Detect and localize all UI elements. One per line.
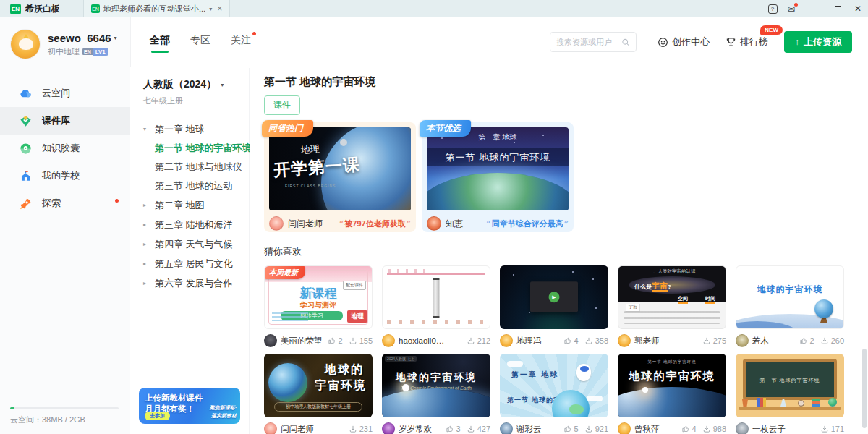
like-icon[interactable] xyxy=(446,425,454,433)
upload-promo-banner[interactable]: 上传新教材课件 月月都有奖！ 去参加 聚焦新课标·落实新教材 xyxy=(139,388,240,424)
chapter-item[interactable]: ▸第四章 天气与气候 xyxy=(130,234,249,254)
section-item[interactable]: 第二节 地球与地球仪 xyxy=(130,158,249,176)
maximize-button[interactable] xyxy=(827,0,848,17)
courseware-thumbnail[interactable]: 地理 开学第一课 FIRST CLASS BEGINS xyxy=(269,127,411,210)
download-icon[interactable] xyxy=(349,425,357,433)
author-name[interactable]: 美丽的荣望 xyxy=(281,336,323,346)
author-name[interactable]: 曾秋萍 xyxy=(634,424,660,434)
courseware-card[interactable]: 2024人教版·七上 地球的宇宙环境 The Cosmic Environmen… xyxy=(382,354,490,434)
section-item[interactable]: 第三节 地球的运动 xyxy=(130,176,249,195)
download-icon[interactable] xyxy=(702,425,711,433)
close-button[interactable]: ✕ xyxy=(848,0,868,17)
section-item-selected[interactable]: 第一节 地球的宇宙环境 xyxy=(130,139,249,158)
courseware-card[interactable]: haoxiaoli0001 212 xyxy=(382,265,490,347)
chevron-right-icon[interactable]: ▸ xyxy=(143,241,149,247)
user-name[interactable]: seewo_6646 xyxy=(48,32,111,44)
courseware-thumbnail[interactable]: 第一节 地球的宇宙环境 xyxy=(736,354,844,417)
search-input[interactable] xyxy=(556,38,617,46)
tab-following[interactable]: 关注 xyxy=(231,34,251,56)
author-name[interactable]: 闫闫老师 xyxy=(281,424,314,434)
upload-resource-button[interactable]: ↑ 上传资源 xyxy=(784,31,852,53)
sidebar-item-courseware-library[interactable]: 课件库 xyxy=(0,107,130,135)
courseware-card[interactable]: 第一节 地球的宇宙环境 一枚云子 171 xyxy=(736,354,844,434)
chevron-right-icon[interactable]: ▸ xyxy=(143,221,149,228)
courseware-card[interactable]: 一、人类对宇宙的认识 什么是宇宙? 空间 时间 宇宙 郭老师 275 xyxy=(618,265,726,347)
courseware-thumbnail[interactable]: 第一章 地球 第一节 地球的宇宙环境 xyxy=(427,127,569,210)
document-tab[interactable]: EN 地理老师必看的互动课堂小... ▾ × xyxy=(83,0,230,17)
download-icon[interactable] xyxy=(349,336,357,345)
sidebar-item-explore[interactable]: 探索 xyxy=(0,190,130,217)
minimize-button[interactable]: — xyxy=(807,0,827,17)
download-icon[interactable] xyxy=(702,336,711,345)
sidebar-item-cloud-space[interactable]: 云空间 xyxy=(0,80,130,107)
like-icon[interactable] xyxy=(563,336,572,345)
avatar[interactable] xyxy=(10,29,41,59)
like-icon[interactable] xyxy=(563,425,572,433)
author-name[interactable]: 谢彩云 xyxy=(516,424,542,434)
courseware-thumbnail[interactable]: 第一节 地球的宇宙环境 地球的宇宙环境 xyxy=(618,354,726,417)
courseware-card[interactable]: 本周最新 配套课件 新课程 学习与测评 同步学习 地理 美丽的荣望 2 155 xyxy=(264,265,373,347)
like-icon[interactable] xyxy=(799,336,808,345)
chevron-down-icon[interactable]: ▾ xyxy=(209,6,212,12)
like-icon[interactable] xyxy=(328,336,336,345)
chapter-item[interactable]: ▾第一章 地球 xyxy=(130,119,249,139)
author-name[interactable]: 地理冯 xyxy=(516,336,542,346)
search-icon[interactable] xyxy=(621,38,630,47)
promo-join-button[interactable]: 去参加 xyxy=(145,412,170,420)
download-icon[interactable] xyxy=(584,336,593,345)
filter-tag-courseware[interactable]: 课件 xyxy=(264,95,300,115)
chevron-right-icon[interactable]: ▸ xyxy=(143,202,149,208)
courseware-card[interactable]: ▶ 地理冯 4 358 xyxy=(500,265,608,347)
author-name[interactable]: 闫闫老师 xyxy=(288,218,323,230)
tab-close-icon[interactable]: × xyxy=(217,4,222,14)
chapter-item[interactable]: ▸第二章 地图 xyxy=(130,195,249,215)
like-icon[interactable] xyxy=(681,425,690,433)
courseware-thumbnail[interactable]: 地球的宇宙环境 xyxy=(736,265,844,329)
author-name[interactable]: 岁岁常欢 xyxy=(399,424,432,434)
courseware-card[interactable]: 地球的 宇宙环境 初中地理人教版新教材七年级上册 闫闫老师 231 xyxy=(264,354,373,434)
author-name[interactable]: 知恵 xyxy=(446,218,463,230)
tab-zones[interactable]: 专区 xyxy=(190,34,210,56)
courseware-thumbnail[interactable]: 2024人教版·七上 地球的宇宙环境 The Cosmic Environmen… xyxy=(382,354,490,417)
download-icon[interactable] xyxy=(820,425,829,433)
sidebar-item-my-school[interactable]: 我的学校 xyxy=(0,162,130,190)
tab-all[interactable]: 全部 xyxy=(150,34,170,56)
author-name[interactable]: haoxiaoli0001 xyxy=(399,336,445,345)
chapter-item[interactable]: ▸第五章 居民与文化 xyxy=(130,254,249,273)
messages-button[interactable]: ✉ xyxy=(782,0,801,17)
user-block[interactable]: seewo_6646 ▾ 初中地理 EN LV1 xyxy=(0,17,130,67)
chevron-down-icon[interactable]: ▾ xyxy=(221,82,224,88)
courseware-card[interactable]: 第一章 地球 第一节 地球的宇宙环境 谢彩云 5 921 xyxy=(500,354,608,434)
chevron-right-icon[interactable]: ▸ xyxy=(143,260,149,267)
author-name[interactable]: 郭老师 xyxy=(634,336,660,346)
courseware-thumbnail[interactable]: ▶ xyxy=(500,265,608,329)
search-box[interactable] xyxy=(550,32,637,52)
author-name[interactable]: 一枚云子 xyxy=(752,424,786,434)
courseware-thumbnail[interactable]: 本周最新 配套课件 新课程 学习与测评 同步学习 地理 xyxy=(264,265,373,329)
courseware-thumbnail[interactable] xyxy=(382,265,490,329)
courseware-thumbnail[interactable]: 第一章 地球 第一节 地球的宇宙环境 xyxy=(500,354,608,417)
help-button[interactable]: ? xyxy=(763,0,782,17)
download-icon[interactable] xyxy=(820,336,829,345)
chevron-down-icon[interactable]: ▾ xyxy=(143,126,149,132)
courseware-card[interactable]: 第一节 地球的宇宙环境 地球的宇宙环境 曾秋萍 4 988 xyxy=(618,354,726,434)
chapter-item[interactable]: ▸第六章 发展与合作 xyxy=(130,273,249,293)
ranking-button[interactable]: 排行榜 NEW xyxy=(726,35,768,48)
download-icon[interactable] xyxy=(584,425,593,433)
courseware-thumbnail[interactable]: 一、人类对宇宙的认识 什么是宇宙? 空间 时间 宇宙 xyxy=(618,265,726,329)
author-name[interactable]: 若木 xyxy=(752,336,769,346)
chapter-item[interactable]: ▸第三章 陆地和海洋 xyxy=(130,215,249,234)
featured-card-hot[interactable]: 同省热门 地理 开学第一课 FIRST CLASS BEGINS 闫闫老师 被7… xyxy=(264,122,416,232)
play-icon[interactable]: ▶ xyxy=(549,292,560,302)
courseware-card[interactable]: 地球的宇宙环境 若木 2 260 xyxy=(736,265,844,347)
chevron-down-icon[interactable]: ▾ xyxy=(114,35,117,41)
chevron-right-icon[interactable]: ▸ xyxy=(143,280,149,286)
sidebar-item-knowledge-capsule[interactable]: 知识胶囊 xyxy=(0,135,130,162)
featured-card-best[interactable]: 本节优选 第一章 地球 第一节 地球的宇宙环境 知恵 同章节综合评分最高 xyxy=(422,122,574,232)
vertical-scrollbar[interactable] xyxy=(862,349,867,428)
download-icon[interactable] xyxy=(467,425,475,433)
edition-selector[interactable]: 人教版（2024） ▾ xyxy=(130,68,249,91)
download-icon[interactable] xyxy=(467,336,475,345)
courseware-thumbnail[interactable]: 地球的 宇宙环境 初中地理人教版新教材七年级上册 xyxy=(264,354,373,417)
creation-center-button[interactable]: 创作中心 xyxy=(658,35,710,48)
